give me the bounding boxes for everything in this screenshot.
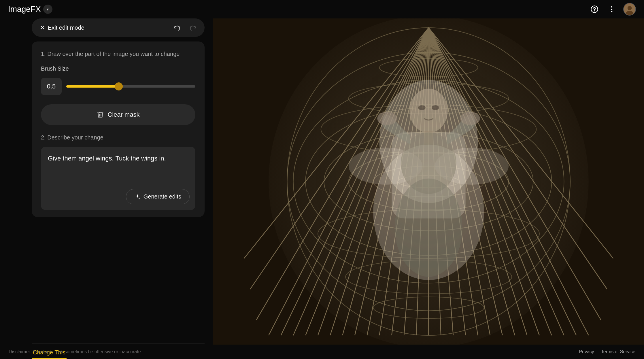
header-left: ImageFX ▾	[8, 5, 52, 14]
app-dropdown-button[interactable]: ▾	[43, 5, 52, 14]
exit-edit-label: Exit edit mode	[48, 24, 84, 31]
chevron-down-icon: ▾	[47, 7, 49, 12]
redo-button[interactable]	[186, 21, 200, 35]
brush-value-display: 0.5	[41, 78, 62, 95]
generate-edits-label: Generate edits	[143, 193, 181, 200]
clear-mask-label: Clear mask	[107, 111, 139, 118]
prompt-box: Give them angel wings. Tuck the wings in…	[41, 147, 195, 210]
redo-icon	[189, 24, 197, 31]
close-icon: ✕	[40, 24, 45, 31]
app-title: ImageFX	[8, 5, 41, 14]
brush-size-slider[interactable]	[66, 85, 195, 88]
left-panel: ✕ Exit edit mode 1. Draw over the part o…	[32, 18, 205, 345]
help-button[interactable]	[589, 3, 600, 15]
terms-link[interactable]: Terms of Service	[601, 349, 635, 354]
clear-mask-button[interactable]: Clear mask	[41, 104, 195, 125]
svg-point-71	[312, 58, 546, 305]
generate-edits-button[interactable]: Generate edits	[126, 189, 190, 204]
undo-redo-group	[170, 21, 200, 35]
trash-icon	[97, 111, 104, 118]
help-icon	[590, 5, 598, 13]
step2-label: 2. Describe your change	[41, 134, 195, 141]
svg-point-6	[628, 6, 632, 10]
svg-point-3	[611, 9, 613, 10]
artwork-svg	[213, 18, 644, 345]
settings-panel: 1. Draw over the part of the image you w…	[32, 41, 205, 217]
privacy-link[interactable]: Privacy	[579, 349, 594, 354]
footer-disclaimer: Disclaimer: AI outputs may sometimes be …	[9, 349, 141, 354]
undo-button[interactable]	[170, 21, 184, 35]
brush-control: 0.5	[41, 78, 195, 95]
sparkle-icon	[134, 194, 141, 200]
undo-icon	[173, 24, 181, 31]
avatar[interactable]	[623, 3, 636, 16]
artwork-container	[213, 18, 644, 345]
exit-edit-bar: ✕ Exit edit mode	[32, 18, 205, 37]
more-options-button[interactable]	[606, 3, 617, 15]
footer: Disclaimer: AI outputs may sometimes be …	[0, 345, 644, 359]
header: ImageFX ▾	[0, 0, 644, 18]
user-avatar-image	[624, 3, 635, 16]
exit-edit-button[interactable]: ✕ Exit edit mode	[36, 22, 88, 34]
svg-point-2	[611, 6, 613, 8]
header-right	[589, 3, 636, 16]
svg-point-4	[611, 11, 613, 12]
image-area	[213, 18, 644, 345]
prompt-text: Give them angel wings. Tuck the wings in…	[48, 154, 188, 163]
step1-label: 1. Draw over the part of the image you w…	[41, 51, 195, 57]
more-vert-icon	[608, 5, 616, 13]
footer-links: Privacy Terms of Service	[579, 349, 635, 354]
brush-slider-container	[66, 81, 195, 92]
brush-size-label: Brush Size	[41, 65, 195, 72]
